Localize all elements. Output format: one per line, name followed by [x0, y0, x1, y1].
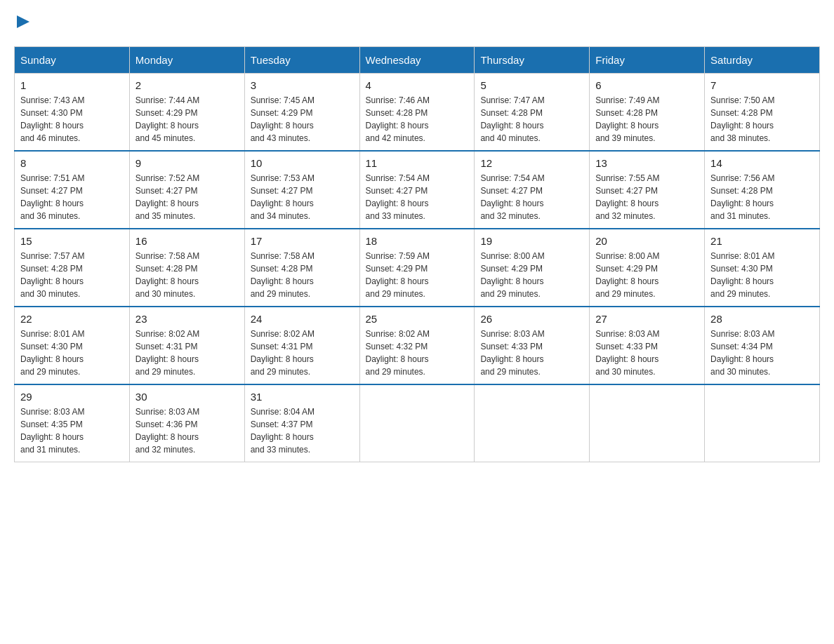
day-number: 16	[135, 235, 239, 247]
day-number: 21	[710, 235, 814, 247]
day-number: 25	[366, 313, 469, 325]
column-header-sunday: Sunday	[15, 47, 130, 74]
table-row: 9 Sunrise: 7:52 AM Sunset: 4:27 PM Dayli…	[129, 151, 244, 229]
table-row: 25 Sunrise: 8:02 AM Sunset: 4:32 PM Dayl…	[359, 307, 475, 384]
day-info: Sunrise: 8:03 AM Sunset: 4:34 PM Dayligh…	[710, 329, 774, 377]
day-number: 11	[366, 157, 469, 169]
column-header-thursday: Thursday	[475, 47, 590, 74]
table-row: 31 Sunrise: 8:04 AM Sunset: 4:37 PM Dayl…	[244, 384, 359, 462]
day-info: Sunrise: 8:03 AM Sunset: 4:33 PM Dayligh…	[595, 329, 659, 377]
table-row	[475, 384, 590, 462]
day-info: Sunrise: 8:00 AM Sunset: 4:29 PM Dayligh…	[595, 251, 659, 299]
day-info: Sunrise: 7:49 AM Sunset: 4:28 PM Dayligh…	[595, 95, 659, 143]
day-number: 9	[135, 157, 239, 169]
table-row	[590, 384, 705, 462]
day-info: Sunrise: 7:46 AM Sunset: 4:28 PM Dayligh…	[366, 95, 430, 143]
day-info: Sunrise: 7:43 AM Sunset: 4:30 PM Dayligh…	[20, 95, 84, 143]
table-row: 19 Sunrise: 8:00 AM Sunset: 4:29 PM Dayl…	[475, 229, 590, 307]
day-number: 17	[251, 235, 354, 247]
table-row: 28 Sunrise: 8:03 AM Sunset: 4:34 PM Dayl…	[705, 307, 820, 384]
day-number: 24	[251, 313, 354, 325]
table-row: 30 Sunrise: 8:03 AM Sunset: 4:36 PM Dayl…	[129, 384, 244, 462]
table-row: 4 Sunrise: 7:46 AM Sunset: 4:28 PM Dayli…	[359, 74, 475, 152]
day-info: Sunrise: 8:02 AM Sunset: 4:31 PM Dayligh…	[135, 329, 199, 377]
table-row: 24 Sunrise: 8:02 AM Sunset: 4:31 PM Dayl…	[244, 307, 359, 384]
day-info: Sunrise: 7:58 AM Sunset: 4:28 PM Dayligh…	[135, 251, 199, 299]
table-row: 2 Sunrise: 7:44 AM Sunset: 4:29 PM Dayli…	[129, 74, 244, 152]
day-number: 10	[251, 157, 354, 169]
day-info: Sunrise: 7:44 AM Sunset: 4:29 PM Dayligh…	[135, 95, 199, 143]
day-number: 31	[251, 391, 354, 403]
day-number: 22	[20, 313, 124, 325]
day-number: 1	[20, 79, 124, 91]
day-info: Sunrise: 8:04 AM Sunset: 4:37 PM Dayligh…	[251, 407, 315, 455]
table-row: 16 Sunrise: 7:58 AM Sunset: 4:28 PM Dayl…	[129, 229, 244, 307]
day-info: Sunrise: 8:02 AM Sunset: 4:31 PM Dayligh…	[251, 329, 315, 377]
table-row: 22 Sunrise: 8:01 AM Sunset: 4:30 PM Dayl…	[15, 307, 130, 384]
table-row: 7 Sunrise: 7:50 AM Sunset: 4:28 PM Dayli…	[705, 74, 820, 152]
table-row: 17 Sunrise: 7:58 AM Sunset: 4:28 PM Dayl…	[244, 229, 359, 307]
day-number: 14	[710, 157, 814, 169]
day-info: Sunrise: 7:54 AM Sunset: 4:27 PM Dayligh…	[366, 173, 430, 221]
table-row: 11 Sunrise: 7:54 AM Sunset: 4:27 PM Dayl…	[359, 151, 475, 229]
table-row: 21 Sunrise: 8:01 AM Sunset: 4:30 PM Dayl…	[705, 229, 820, 307]
logo-arrow-icon	[15, 14, 31, 32]
table-row: 10 Sunrise: 7:53 AM Sunset: 4:27 PM Dayl…	[244, 151, 359, 229]
svg-marker-0	[17, 15, 29, 28]
day-number: 26	[480, 313, 583, 325]
day-number: 30	[135, 391, 239, 403]
day-info: Sunrise: 7:51 AM Sunset: 4:27 PM Dayligh…	[20, 173, 84, 221]
day-number: 13	[595, 157, 699, 169]
table-row: 13 Sunrise: 7:55 AM Sunset: 4:27 PM Dayl…	[590, 151, 705, 229]
day-info: Sunrise: 7:58 AM Sunset: 4:28 PM Dayligh…	[251, 251, 315, 299]
day-info: Sunrise: 8:01 AM Sunset: 4:30 PM Dayligh…	[710, 251, 774, 299]
day-info: Sunrise: 8:01 AM Sunset: 4:30 PM Dayligh…	[20, 329, 84, 377]
day-number: 20	[595, 235, 699, 247]
day-info: Sunrise: 7:53 AM Sunset: 4:27 PM Dayligh…	[251, 173, 315, 221]
day-info: Sunrise: 7:52 AM Sunset: 4:27 PM Dayligh…	[135, 173, 199, 221]
column-header-friday: Friday	[590, 47, 705, 74]
day-info: Sunrise: 7:54 AM Sunset: 4:27 PM Dayligh…	[480, 173, 544, 221]
calendar-table: SundayMondayTuesdayWednesdayThursdayFrid…	[14, 46, 820, 462]
table-row: 8 Sunrise: 7:51 AM Sunset: 4:27 PM Dayli…	[15, 151, 130, 229]
column-header-monday: Monday	[129, 47, 244, 74]
table-row: 27 Sunrise: 8:03 AM Sunset: 4:33 PM Dayl…	[590, 307, 705, 384]
day-number: 28	[710, 313, 814, 325]
table-row	[359, 384, 475, 462]
day-info: Sunrise: 7:45 AM Sunset: 4:29 PM Dayligh…	[251, 95, 315, 143]
day-info: Sunrise: 7:55 AM Sunset: 4:27 PM Dayligh…	[595, 173, 659, 221]
day-info: Sunrise: 7:59 AM Sunset: 4:29 PM Dayligh…	[366, 251, 430, 299]
logo	[14, 14, 31, 32]
day-number: 27	[595, 313, 699, 325]
day-number: 3	[251, 79, 354, 91]
table-row: 18 Sunrise: 7:59 AM Sunset: 4:29 PM Dayl…	[359, 229, 475, 307]
day-number: 5	[480, 79, 583, 91]
table-row: 12 Sunrise: 7:54 AM Sunset: 4:27 PM Dayl…	[475, 151, 590, 229]
day-number: 19	[480, 235, 583, 247]
table-row: 26 Sunrise: 8:03 AM Sunset: 4:33 PM Dayl…	[475, 307, 590, 384]
day-number: 4	[366, 79, 469, 91]
table-row: 29 Sunrise: 8:03 AM Sunset: 4:35 PM Dayl…	[15, 384, 130, 462]
day-number: 29	[20, 391, 124, 403]
table-row: 3 Sunrise: 7:45 AM Sunset: 4:29 PM Dayli…	[244, 74, 359, 152]
day-info: Sunrise: 8:03 AM Sunset: 4:36 PM Dayligh…	[135, 407, 199, 455]
table-row: 23 Sunrise: 8:02 AM Sunset: 4:31 PM Dayl…	[129, 307, 244, 384]
day-info: Sunrise: 7:50 AM Sunset: 4:28 PM Dayligh…	[710, 95, 774, 143]
day-number: 15	[20, 235, 124, 247]
day-info: Sunrise: 7:56 AM Sunset: 4:28 PM Dayligh…	[710, 173, 774, 221]
page-header	[14, 14, 820, 32]
table-row: 5 Sunrise: 7:47 AM Sunset: 4:28 PM Dayli…	[475, 74, 590, 152]
day-number: 8	[20, 157, 124, 169]
day-number: 23	[135, 313, 239, 325]
table-row: 15 Sunrise: 7:57 AM Sunset: 4:28 PM Dayl…	[15, 229, 130, 307]
day-info: Sunrise: 8:02 AM Sunset: 4:32 PM Dayligh…	[366, 329, 430, 377]
table-row: 14 Sunrise: 7:56 AM Sunset: 4:28 PM Dayl…	[705, 151, 820, 229]
day-info: Sunrise: 7:47 AM Sunset: 4:28 PM Dayligh…	[480, 95, 544, 143]
day-info: Sunrise: 8:00 AM Sunset: 4:29 PM Dayligh…	[480, 251, 544, 299]
table-row: 20 Sunrise: 8:00 AM Sunset: 4:29 PM Dayl…	[590, 229, 705, 307]
day-info: Sunrise: 8:03 AM Sunset: 4:35 PM Dayligh…	[20, 407, 84, 455]
column-header-saturday: Saturday	[705, 47, 820, 74]
day-number: 12	[480, 157, 583, 169]
day-info: Sunrise: 8:03 AM Sunset: 4:33 PM Dayligh…	[480, 329, 544, 377]
day-info: Sunrise: 7:57 AM Sunset: 4:28 PM Dayligh…	[20, 251, 84, 299]
